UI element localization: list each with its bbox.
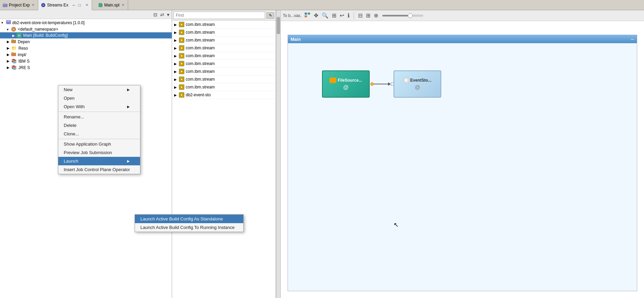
diagram-tool-info-btn[interactable]: ℹ — [347, 12, 350, 19]
list-item[interactable]: ▶ ● com.ibm.stream — [172, 76, 276, 83]
tab-project-explorer-close[interactable]: ✕ — [31, 3, 35, 7]
list-item[interactable]: ▶ ● com.ibm.stream — [172, 21, 276, 29]
sync-btn[interactable]: ⇄ — [159, 12, 165, 18]
tab-main-spl-close[interactable]: ✕ — [121, 3, 125, 7]
context-menu-rename[interactable]: Rename... — [58, 113, 140, 121]
tree-item-impl[interactable]: ▶ impl/ — [0, 51, 172, 58]
streams-pkg-icon-8: ● — [179, 84, 184, 90]
deps-icon — [11, 39, 16, 44]
svg-rect-7 — [11, 53, 16, 56]
node-eventsource-label: EventSto... — [410, 78, 431, 83]
zoom-slider[interactable] — [382, 15, 423, 17]
node-eventsource-header: EventSto... — [403, 78, 431, 83]
expand-s8: ▶ — [174, 85, 178, 89]
context-menu-sep1 — [58, 112, 140, 112]
tree-item-deps[interactable]: ▶ Depen — [0, 38, 172, 45]
node-filesource[interactable]: FileSource... @ — [322, 70, 370, 98]
ibms-icon: 📚 — [11, 59, 17, 64]
diagram-tool-move-btn[interactable]: ✥ — [313, 12, 319, 19]
left-panel: ⊟ ⇄ ▾ ▾ db2-event-store-iot-temperatures… — [0, 10, 172, 298]
tab-main-spl[interactable]: Main.spl ✕ — [95, 0, 128, 10]
tab-project-explorer[interactable]: Project Exp ✕ — [0, 0, 38, 10]
tree-item-ibms[interactable]: ▶ 📚 IBM S — [0, 58, 172, 64]
context-menu-insert-job[interactable]: Insert Job Control Plane Operator — [58, 165, 140, 174]
context-menu-open[interactable]: Open — [58, 94, 140, 102]
context-menu-delete[interactable]: Delete — [58, 121, 140, 130]
list-item[interactable]: ▶ ● db2-event-sto — [172, 91, 276, 99]
tree-item-namespace[interactable]: ▾ N <default_namespace> — [0, 26, 172, 32]
expand-s0: ▶ — [174, 23, 178, 27]
list-item[interactable]: ▶ ● com.ibm.stream — [172, 68, 276, 76]
svg-rect-6 — [12, 39, 13, 40]
diagram-tool-zoom-btn[interactable]: 🔍 — [321, 12, 329, 19]
context-menu-new[interactable]: New ▶ — [58, 85, 140, 94]
expand-s5: ▶ — [174, 62, 178, 66]
context-menu-preview-job-label: Preview Job Submission — [64, 150, 112, 155]
diagram-tool-center-btn[interactable]: ⊕ — [373, 12, 379, 19]
tab-streams-explorer-close[interactable]: ✕ — [85, 3, 89, 7]
diagram-tool-back-btn[interactable]: ↩ — [339, 12, 345, 19]
find-toolbar: ✎ — [172, 10, 276, 21]
expand-ns-icon: ▾ — [7, 28, 10, 31]
context-menu-insert-job-label: Insert Job Control Plane Operator — [64, 167, 130, 172]
vertical-scrollbar[interactable] — [276, 10, 281, 298]
context-menu-sep2 — [58, 139, 140, 139]
collapse-all-btn[interactable]: ⊟ — [152, 12, 158, 18]
list-item[interactable]: ▶ ● com.ibm.stream — [172, 44, 276, 52]
expand-s1: ▶ — [174, 31, 178, 34]
submenu-launch-running[interactable]: Launch Active Build Config To Running In… — [135, 223, 243, 232]
diagram-main-box[interactable]: Main ─ FileSource... @ — [288, 35, 637, 291]
diagram-tool-fit-btn[interactable]: ⊞ — [331, 12, 337, 19]
tree-item-project-label: db2-event-store-iot-temperatures [1.0.0] — [12, 20, 85, 25]
context-menu-open-with[interactable]: Open With ▶ — [58, 102, 140, 111]
context-menu-show-graph[interactable]: Show Application Graph — [58, 140, 140, 148]
context-menu-launch-label: Launch — [64, 159, 78, 164]
tree-item-jres-label: JRE S — [18, 65, 30, 70]
view-menu-btn[interactable]: ▾ — [166, 12, 170, 18]
find-input[interactable] — [173, 12, 265, 19]
tab-streams-controls: ─ □ — [70, 2, 83, 8]
diagram-tool-shrink-btn[interactable]: ⊟ — [357, 12, 363, 19]
list-item[interactable]: ▶ ● com.ibm.stream — [172, 29, 276, 36]
connector-arrow — [388, 82, 391, 86]
find-button-label: ✎ — [269, 13, 272, 17]
tab-minimize-btn[interactable]: ─ — [71, 2, 76, 8]
main-spl-icon — [98, 3, 103, 7]
tree-item-project[interactable]: ▾ db2-event-store-iot-temperatures [1.0.… — [0, 19, 172, 26]
svg-rect-5 — [11, 40, 16, 43]
streams-pkg-icon-3: ● — [179, 45, 184, 51]
diagram-tool-expand-btn[interactable]: ⊞ — [365, 12, 371, 19]
tab-streams-explorer-label: Streams Ex — [47, 3, 68, 7]
middle-panel: ✎ ▶ ● com.ibm.stream ▶ ● com.ibm.stream … — [172, 10, 276, 298]
expand-s7: ▶ — [174, 78, 178, 81]
list-item[interactable]: ▶ ● com.ibm.stream — [172, 52, 276, 60]
tab-maximize-btn[interactable]: □ — [77, 2, 82, 8]
tree-item-reso[interactable]: ▶ 📁 Reso — [0, 45, 172, 51]
context-menu: New ▶ Open Open With ▶ Rename... Delete — [58, 85, 140, 174]
svg-rect-9 — [305, 13, 307, 15]
tree-item-main[interactable]: ▶ M Main [Build: BuildConfig] — [0, 32, 172, 38]
streams-pkg-icon-6: ● — [179, 69, 184, 74]
context-menu-preview-job[interactable]: Preview Job Submission — [58, 148, 140, 157]
breadcrumb-label: To b...vas. — [283, 13, 302, 18]
tree-item-ibms-label: IBM S — [18, 59, 30, 64]
context-menu-delete-label: Delete — [64, 123, 77, 128]
node-eventsource[interactable]: EventSto... @ — [394, 70, 441, 98]
tree-item-deps-label: Depen — [18, 39, 30, 44]
list-item[interactable]: ▶ ● com.ibm.stream — [172, 36, 276, 44]
project-explorer-icon — [3, 3, 7, 7]
context-menu-launch[interactable]: Launch ▶ — [58, 157, 140, 165]
tree-item-jres[interactable]: ▶ 📚 JRE S — [0, 64, 172, 71]
diagram-collapse-btn[interactable]: ─ — [631, 36, 634, 42]
tab-streams-explorer[interactable]: Streams Ex ─ □ ✕ — [38, 0, 92, 10]
tab-bar: Project Exp ✕ Streams Ex ─ □ ✕ — [0, 0, 644, 10]
context-menu-clone[interactable]: Clone... — [58, 130, 140, 138]
diagram-tool-palette-btn[interactable] — [304, 12, 311, 20]
submenu-launch-standalone[interactable]: Launch Active Build Config As Standalone — [135, 215, 243, 223]
zoom-thumb[interactable] — [408, 13, 413, 18]
find-button[interactable]: ✎ — [266, 12, 274, 19]
main-area: ⊟ ⇄ ▾ ▾ db2-event-store-iot-temperatures… — [0, 10, 644, 298]
connector-output-dot — [370, 82, 374, 86]
list-item[interactable]: ▶ ● com.ibm.stream — [172, 60, 276, 68]
list-item[interactable]: ▶ ● com.ibm.stream — [172, 83, 276, 91]
